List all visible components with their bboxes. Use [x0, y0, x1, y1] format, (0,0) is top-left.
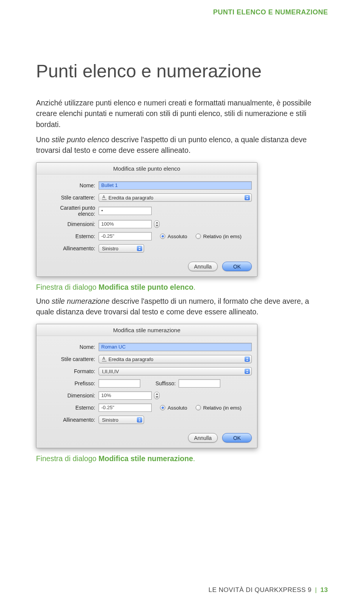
term-stile-numerazione: stile numerazione: [52, 297, 110, 305]
page-title: Punti elenco e numerazione: [36, 61, 328, 82]
caption-dialog2: Finestra di dialogo Modifica stile numer…: [36, 454, 328, 464]
text: .: [193, 283, 195, 291]
term-stile-punto-elenco: stile punto elenco: [52, 135, 109, 144]
caratteri-field[interactable]: •: [99, 207, 152, 215]
text: Uno: [36, 135, 52, 144]
stile-carattere-popup[interactable]: Eredita da paragrafo: [99, 355, 252, 363]
dimensioni-stepper[interactable]: [154, 392, 160, 399]
radio-label: Relativo (in ems): [203, 234, 242, 239]
label-nome: Nome:: [42, 344, 99, 350]
label-allineamento: Allineamento:: [42, 417, 99, 423]
dialog-title: Modifica stile numerazione: [36, 324, 257, 336]
label-dimensioni: Dimensioni:: [42, 392, 99, 399]
footer-text: LE NOVITÀ DI QUARKXPRESS 9: [209, 586, 312, 593]
dimensioni-stepper[interactable]: [154, 220, 160, 228]
formato-popup[interactable]: I,II,III,IV: [99, 367, 252, 375]
label-prefisso: Prefisso:: [42, 380, 99, 386]
label-dimensioni: Dimensioni:: [42, 221, 99, 227]
dialog-modifica-stile-numerazione: Modifica stile numerazione Nome: Roman U…: [36, 324, 257, 448]
radio-assoluto[interactable]: Assoluto: [160, 405, 187, 411]
caption-bold: Modifica stile numerazione: [99, 454, 193, 463]
popup-value: I,II,III,IV: [102, 369, 119, 374]
ok-button[interactable]: OK: [222, 433, 252, 443]
footer-separator: |: [315, 586, 317, 593]
label-esterno: Esterno:: [42, 233, 99, 239]
text: Finestra di dialogo: [36, 454, 99, 463]
character-style-icon: [102, 357, 107, 361]
allineamento-popup[interactable]: Sinistro: [99, 244, 144, 253]
text: .: [193, 454, 195, 463]
esterno-field[interactable]: -0.25": [99, 232, 152, 240]
character-style-icon: [102, 195, 107, 200]
label-allineamento: Allineamento:: [42, 245, 99, 251]
dimensioni-field[interactable]: 100%: [99, 220, 152, 228]
popup-value: Eredita da paragrafo: [108, 195, 154, 201]
cancel-button[interactable]: Annulla: [188, 433, 218, 443]
page-footer: LE NOVITÀ DI QUARKXPRESS 9 | 13: [209, 586, 328, 594]
radio-label: Relativo (in ems): [203, 405, 242, 411]
caption-bold: Modifica stile punto elenco: [99, 283, 193, 291]
nome-field[interactable]: Roman UC: [99, 343, 252, 351]
radio-label: Assoluto: [168, 234, 187, 239]
section-header: PUNTI ELENCO E NUMERAZIONE: [213, 8, 328, 16]
page-number: 13: [320, 586, 328, 593]
label-stile-carattere: Stile carattere:: [42, 356, 99, 362]
label-nome: Nome:: [42, 182, 99, 188]
radio-assoluto[interactable]: Assoluto: [160, 234, 187, 239]
label-caratteri: Caratteri punto elenco:: [42, 205, 99, 217]
bullet-style-paragraph: Uno stile punto elenco descrive l'aspett…: [36, 134, 328, 156]
suffisso-field[interactable]: [179, 379, 220, 388]
numbering-style-paragraph: Uno stile numerazione descrive l'aspetto…: [36, 296, 328, 317]
ok-button[interactable]: OK: [222, 262, 252, 271]
caption-dialog1: Finestra di dialogo Modifica stile punto…: [36, 282, 328, 292]
allineamento-popup[interactable]: Sinistro: [99, 416, 144, 424]
label-formato: Formato:: [42, 368, 99, 374]
esterno-field[interactable]: -0.25": [99, 403, 152, 412]
popup-value: Sinistro: [102, 246, 118, 251]
dialog-title: Modifica stile punto elenco: [36, 163, 257, 174]
radio-relativo[interactable]: Relativo (in ems): [196, 234, 242, 239]
nome-field[interactable]: Bullet 1: [99, 181, 252, 190]
prefisso-field[interactable]: [99, 379, 140, 388]
radio-label: Assoluto: [168, 405, 187, 411]
dialog-modifica-stile-punto-elenco: Modifica stile punto elenco Nome: Bullet…: [36, 162, 257, 277]
intro-paragraph: Anziché utilizzare punti elenco e numeri…: [36, 97, 328, 130]
label-suffisso: Suffisso:: [155, 380, 176, 386]
label-esterno: Esterno:: [42, 405, 99, 411]
label-stile-carattere: Stile carattere:: [42, 195, 99, 201]
radio-relativo[interactable]: Relativo (in ems): [196, 405, 242, 411]
text: Finestra di dialogo: [36, 283, 99, 291]
text: Uno: [36, 297, 52, 305]
popup-value: Sinistro: [102, 417, 118, 423]
popup-value: Eredita da paragrafo: [108, 356, 154, 362]
stile-carattere-popup[interactable]: Eredita da paragrafo: [99, 193, 252, 202]
dimensioni-field[interactable]: 10%: [99, 391, 152, 400]
cancel-button[interactable]: Annulla: [188, 262, 218, 271]
